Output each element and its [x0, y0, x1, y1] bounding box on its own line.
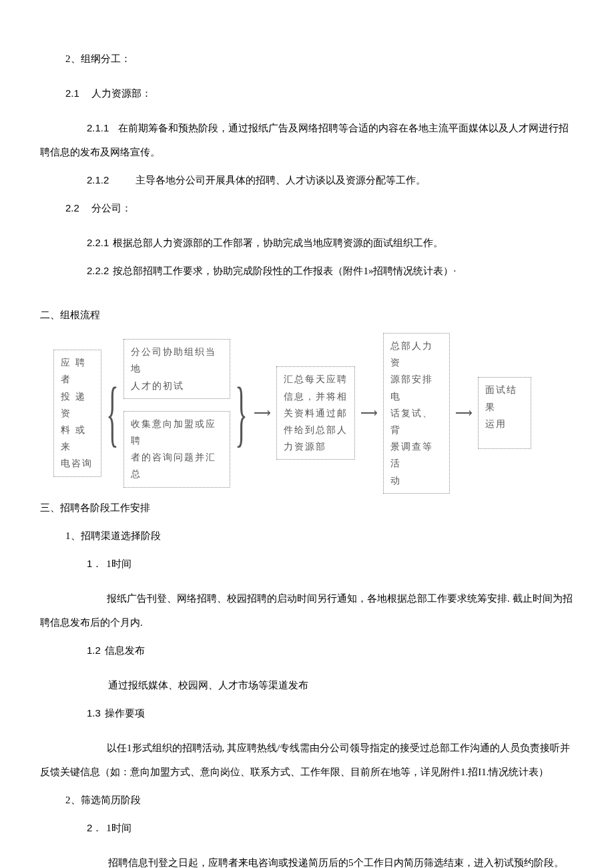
- txt-3-1-1-body: 报纸广告刊登、网络招聘、校园招聘的启动时间另行通知，各地根据总部工作要求统筹安排…: [40, 593, 573, 628]
- txt-2-2-1: 根据总部人力资源部的工作部署，协助完成当地应聘资源的面试组织工作。: [113, 238, 443, 248]
- num-2-1-2: 2.1.2: [87, 174, 109, 185]
- arrow-icon: ⟶: [252, 399, 272, 428]
- flow-box-4: 总部人力资源部安排电话复试、背景调查等活动: [383, 333, 450, 494]
- flow-box-2b: 收集意向加盟或应聘者的咨询问题并汇总: [123, 411, 230, 488]
- num-3-2-1: 2．: [87, 822, 102, 833]
- section-3-1-3-title: 1.3操作要项: [40, 701, 574, 725]
- txt-3-1-2: 信息发布: [105, 645, 145, 656]
- section-3-1-title: 1、招聘渠道选择阶段: [40, 524, 574, 548]
- section-3-2-1-title: 2．1时间: [40, 816, 574, 840]
- flow-box-3: 汇总每天应聘信息，并将相关资料通过邮件给到总部人力资源部: [276, 366, 355, 460]
- txt-3-2-1: 1时间: [106, 823, 131, 833]
- flow-col-2: 分公司协助组织当地人才的初试 收集意向加盟或应聘者的咨询问题并汇总: [123, 339, 230, 487]
- num-2-2-2: 2.2.2: [87, 265, 109, 276]
- section-3-1-1-title: 1．1时间: [40, 552, 574, 576]
- num-2-2-1: 2.2.1: [87, 237, 109, 248]
- para-3-1-1-body: 报纸广告刊登、网络招聘、校园招聘的启动时间另行通知，各地根据总部工作要求统筹安排…: [40, 586, 574, 634]
- para-3-1-2-body: 通过报纸媒体、校园网、人才市场等渠道发布: [40, 673, 574, 697]
- section-2-2-title: 2.2 分公司：: [40, 196, 574, 220]
- num-3-1-1: 1．: [87, 558, 102, 569]
- num-2-2: 2.2: [65, 202, 79, 213]
- txt-2-2-2: 按总部招聘工作要求，协助完成阶段性的工作报表（附件1»招聘情况统计表）·: [113, 266, 456, 276]
- section-2-1-title: 2.1 人力资源部：: [40, 81, 574, 105]
- section-flow-heading: 二、组根流程: [40, 303, 574, 327]
- brace-open: {: [105, 380, 119, 446]
- arrow-icon: ⟶: [454, 399, 474, 428]
- flow-box-1: 应 聘 者投 递 资料 或 来电咨询: [53, 350, 101, 476]
- para-3-2-1-body: 招聘信息刊登之日起，应聘者来电咨询或投递简历后的5个工作日内简历筛选结束，进入初…: [40, 851, 574, 868]
- txt-2-1-1: 在前期筹备和预热阶段，通过报纸广告及网络招聘等合适的内容在各地主流平面媒体以及人…: [40, 123, 569, 157]
- section-2-title: 2、组纲分工：: [40, 47, 574, 71]
- section-3-1-2-title: 1.2信息发布: [40, 638, 574, 663]
- txt-3-1-1: 1时间: [106, 558, 131, 569]
- txt-2-1: 人力资源部：: [91, 88, 151, 99]
- txt-3-1-3: 操作要项: [105, 708, 145, 719]
- num-3-1-2: 1.2: [87, 644, 101, 656]
- para-2-1-1: 2.1.1在前期筹备和预热阶段，通过报纸广告及网络招聘等合适的内容在各地主流平面…: [40, 116, 574, 164]
- txt-2-2: 分公司：: [91, 203, 131, 213]
- flowchart: 应 聘 者投 递 资料 或 来电咨询 { 分公司协助组织当地人才的初试 收集意向…: [40, 331, 574, 496]
- num-2-1-1: 2.1.1: [40, 116, 109, 140]
- brace-close: }: [234, 380, 248, 446]
- txt-3-1-3-body: 以任1形式组织的招聘活动, 其应聘热线/专线需由分公司领导指定的接受过总部工作沟…: [40, 743, 570, 777]
- arrow-icon: ⟶: [359, 399, 379, 428]
- flow-box-5: 面试结果运用: [478, 377, 531, 449]
- flow-box-2a: 分公司协助组织当地人才的初试: [123, 339, 230, 399]
- section-3-2-title: 2、筛选简历阶段: [40, 788, 574, 812]
- para-3-1-3-body: 以任1形式组织的招聘活动, 其应聘热线/专线需由分公司领导指定的接受过总部工作沟…: [40, 736, 574, 784]
- para-2-2-1: 2.2.1根据总部人力资源部的工作部署，协助完成当地应聘资源的面试组织工作。: [40, 231, 574, 255]
- section-3-heading: 三、招聘各阶段工作安排: [40, 496, 574, 520]
- num-2-1: 2.1: [65, 87, 79, 99]
- para-2-1-2: 2.1.2主导各地分公司开展具体的招聘、人才访谈以及资源分配等工作。: [40, 168, 574, 192]
- num-3-1-3: 1.3: [87, 707, 101, 719]
- para-2-2-2: 2.2.2按总部招聘工作要求，协助完成阶段性的工作报表（附件1»招聘情况统计表）…: [40, 259, 574, 283]
- txt-2-1-2: 主导各地分公司开展具体的招聘、人才访谈以及资源分配等工作。: [135, 175, 426, 185]
